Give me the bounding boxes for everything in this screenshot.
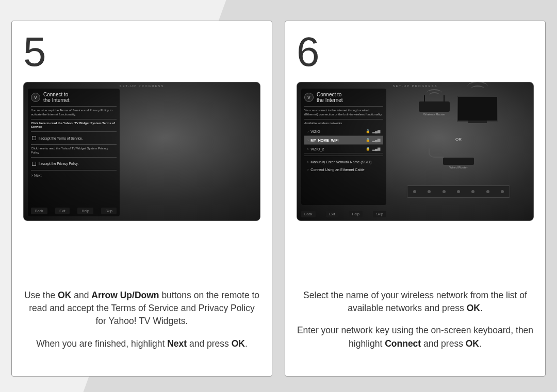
lock-icon: 🔒 [366,147,370,151]
vizio-logo-icon: V [304,93,314,102]
exit-button[interactable]: Exit [55,208,70,214]
panel-title: Connect to the Internet [317,92,343,103]
signal-icon: ▂▄▆ [372,129,380,133]
checkbox-tos[interactable]: I accept the Terms of Service. [31,134,117,142]
signal-icon: ▂▄▆ [372,147,380,151]
checkbox-icon [32,136,36,140]
step-card-5: 5 SET-UP PROGRESS V Connect to the Inter… [11,21,272,377]
network-row[interactable]: ›VIZIO 🔒▂▄▆ [304,127,383,136]
exit-button[interactable]: Exit [326,211,338,217]
connection-illustration: Wireless Router OR Wired Router [389,89,528,205]
network-row[interactable]: ›VIZIO_2 🔒▂▄▆ [304,145,383,154]
tv-device-icon [457,96,498,122]
wireless-router-icon [419,101,450,112]
tv-sidebar: V Connect to the Internet You must accep… [28,89,120,216]
tv-screenshot-tos: SET-UP PROGRESS V Connect to the Interne… [23,82,260,221]
lock-icon: 🔒 [366,129,370,133]
instruction-text: Use the OK and Arrow Up/Down buttons on … [23,289,260,360]
wired-router-icon [443,158,474,165]
available-networks-label: Available wireless networks [304,122,383,126]
lock-icon: 🔒 [366,138,370,142]
skip-button[interactable]: Skip [373,211,386,217]
network-row-selected[interactable]: ›MY_HOME_WIFI 🔒▂▄▆ [304,136,383,145]
step-number: 5 [23,31,260,73]
step-card-6: 6 SET-UP PROGRESS V Connect to the Inter… [285,21,546,377]
panel-title: Connect to the Internet [43,92,70,103]
next-link[interactable]: > Next [31,174,117,177]
tv-screenshot-network: SET-UP PROGRESS V Connect to the Interne… [297,82,534,221]
notice-text: You can connect to the Internet through … [304,109,383,117]
step-number: 6 [297,31,534,73]
back-button[interactable]: Back [301,211,316,217]
signal-icon: ▂▄▆ [372,138,380,142]
tv-sidebar: V Connect to the Internet You can connec… [301,89,386,205]
help-button[interactable]: Help [77,208,93,214]
option-manual-ssid[interactable]: ›Manually Enter Network Name (SSID) [304,158,383,166]
help-button[interactable]: Help [349,211,362,217]
notice-text: You must accept the Terms of Service and… [31,109,117,117]
back-button[interactable]: Back [31,208,47,214]
link-tos[interactable]: Click here to read the Yahoo! TV Widget … [31,122,117,130]
checkbox-privacy[interactable]: I accept the Privacy Policy. [31,160,117,168]
progress-label: SET-UP PROGRESS [24,82,260,88]
link-privacy[interactable]: Click here to read the Yahoo! TV Widget … [31,147,117,155]
skip-button[interactable]: Skip [101,208,117,214]
tv-back-panel-icon [407,185,510,198]
checkbox-icon [32,162,36,166]
progress-label: SET-UP PROGRESS [297,82,533,88]
or-label: OR [389,137,528,142]
option-ethernet[interactable]: ›Connect Using an Ethernet Cable [304,166,383,174]
vizio-logo-icon: V [31,93,40,102]
instruction-text: Select the name of your wireless network… [297,289,534,360]
